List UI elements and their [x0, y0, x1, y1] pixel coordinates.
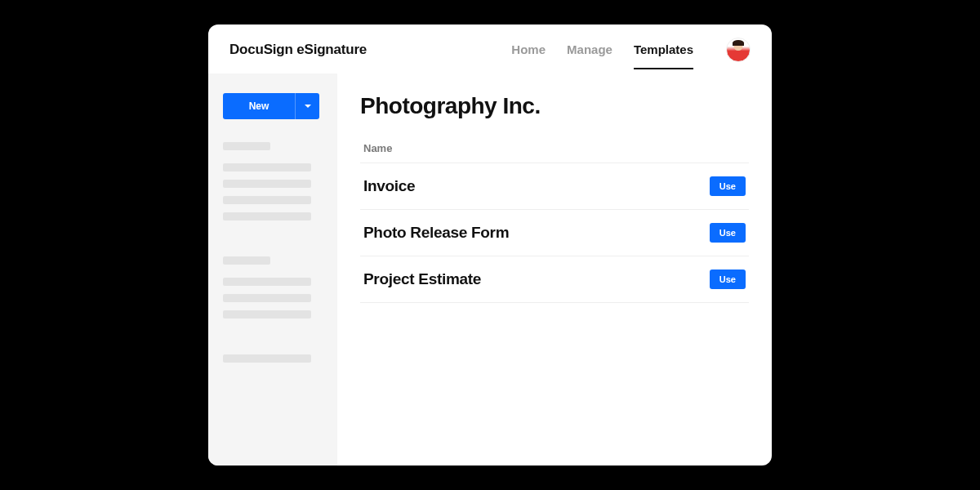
template-name: Invoice [363, 177, 415, 195]
sidebar-placeholder [223, 196, 311, 204]
sidebar-gap [223, 327, 323, 346]
use-button[interactable]: Use [710, 223, 746, 243]
brand-logo: DocuSign eSignature [229, 42, 367, 58]
header: DocuSign eSignature Home Manage Template… [208, 24, 772, 74]
sidebar-gap [223, 229, 323, 248]
sidebar-placeholder [223, 278, 311, 286]
new-button-dropdown[interactable] [295, 93, 319, 119]
sidebar-placeholder [223, 163, 311, 172]
sidebar-placeholder [223, 180, 311, 188]
nav-home[interactable]: Home [511, 42, 546, 69]
column-header-name: Name [360, 136, 749, 163]
new-button[interactable]: New [223, 93, 319, 119]
template-row: Photo Release Form Use [360, 210, 749, 256]
avatar[interactable] [726, 38, 751, 62]
template-row: Project Estimate Use [360, 256, 749, 303]
main-nav: Home Manage Templates [511, 42, 693, 58]
new-button-label: New [223, 100, 295, 112]
body: New Photography Inc. Name Invoice [208, 74, 772, 466]
chevron-down-icon [305, 105, 311, 108]
app-window: DocuSign eSignature Home Manage Template… [208, 24, 772, 466]
sidebar-placeholder [223, 310, 311, 318]
sidebar-placeholder [223, 294, 311, 302]
use-button[interactable]: Use [710, 270, 746, 289]
template-name: Photo Release Form [363, 224, 509, 242]
sidebar-placeholder [223, 142, 270, 150]
sidebar-placeholder [223, 354, 311, 363]
nav-templates[interactable]: Templates [634, 42, 693, 69]
page-title: Photography Inc. [360, 93, 749, 119]
use-button[interactable]: Use [710, 176, 746, 196]
sidebar-placeholder [223, 256, 270, 265]
template-name: Project Estimate [363, 270, 481, 288]
sidebar: New [208, 74, 337, 466]
main-content: Photography Inc. Name Invoice Use Photo … [337, 74, 772, 466]
template-row: Invoice Use [360, 163, 749, 210]
sidebar-placeholder [223, 212, 311, 220]
nav-manage[interactable]: Manage [567, 42, 612, 69]
